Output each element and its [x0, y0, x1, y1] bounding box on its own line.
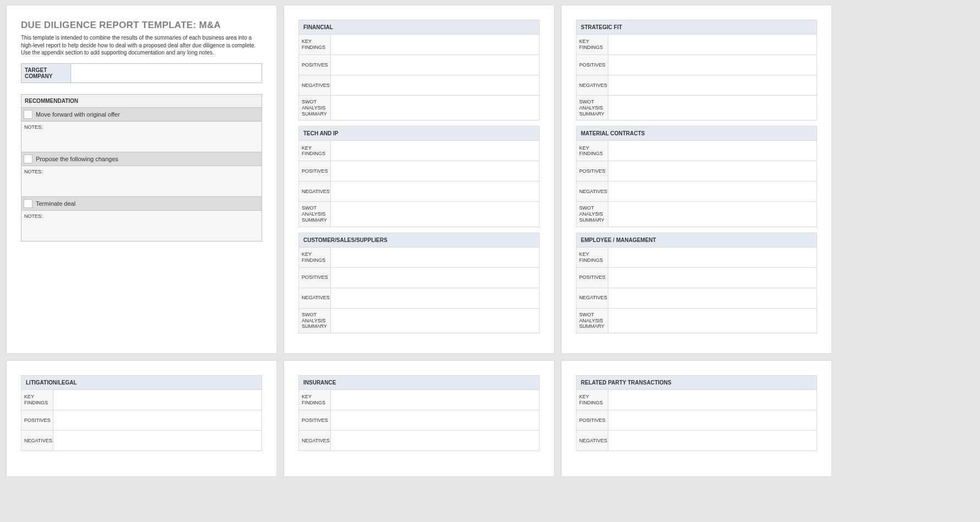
row-label: NEGATIVES: [576, 431, 608, 450]
row-value[interactable]: [608, 55, 816, 75]
report-title: DUE DILIGENCE REPORT TEMPLATE: M&A: [21, 20, 262, 31]
section-header: STRATEGIC FIT: [576, 20, 816, 34]
page-6: RELATED PARTY TRANSACTIONS KEY FINDINGS …: [562, 361, 831, 476]
row-value[interactable]: [331, 309, 539, 333]
row-value[interactable]: [608, 75, 816, 95]
document-pages: DUE DILIGENCE REPORT TEMPLATE: M&A This …: [7, 6, 973, 476]
row-label: NEGATIVES: [576, 288, 608, 308]
section-material-contracts: MATERIAL CONTRACTS KEY FINDINGS POSITIVE…: [576, 126, 817, 227]
row-value[interactable]: [608, 182, 816, 201]
row-value[interactable]: [53, 390, 262, 410]
row-label: KEY FINDINGS: [576, 390, 608, 410]
row-label: KEY FINDINGS: [576, 141, 608, 161]
section-header: CUSTOMER/SALES/SUPPLIERS: [299, 233, 539, 247]
row-label: KEY FINDINGS: [299, 141, 331, 161]
recommendation-box: RECOMMENDATION Move forward with origina…: [21, 94, 262, 241]
section-header: FINANCIAL: [299, 20, 539, 34]
page-3: STRATEGIC FIT KEY FINDINGS POSITIVES NEG…: [562, 6, 831, 353]
row-label: SWOT ANALYSIS SUMMARY: [576, 202, 608, 226]
target-company-label: TARGET COMPANY: [21, 64, 71, 83]
rec-option-label: Move forward with original offer: [36, 111, 120, 118]
section-related-party: RELATED PARTY TRANSACTIONS KEY FINDINGS …: [576, 375, 817, 451]
row-label: KEY FINDINGS: [576, 35, 608, 54]
row-label: KEY FINDINGS: [576, 248, 608, 267]
row-value[interactable]: [608, 390, 816, 410]
rec-notes-field[interactable]: NOTES:: [21, 211, 262, 241]
section-litigation: LITIGATION/LEGAL KEY FINDINGS POSITIVES …: [21, 375, 262, 451]
row-value[interactable]: [331, 431, 539, 450]
row-label: POSITIVES: [21, 410, 53, 430]
row-value[interactable]: [608, 410, 816, 430]
row-label: KEY FINDINGS: [21, 390, 53, 410]
row-label: NEGATIVES: [299, 75, 331, 95]
row-label: NEGATIVES: [21, 431, 53, 450]
row-value[interactable]: [608, 288, 816, 308]
target-company-value[interactable]: [71, 64, 262, 83]
row-value[interactable]: [608, 96, 816, 120]
section-header: LITIGATION/LEGAL: [21, 376, 262, 389]
row-value[interactable]: [608, 35, 816, 54]
row-value[interactable]: [608, 161, 816, 181]
row-value[interactable]: [331, 202, 539, 226]
page-4: LITIGATION/LEGAL KEY FINDINGS POSITIVES …: [7, 361, 276, 476]
row-label: POSITIVES: [576, 55, 608, 75]
row-value[interactable]: [331, 288, 539, 308]
row-label: POSITIVES: [576, 268, 608, 288]
rec-notes-field[interactable]: NOTES:: [21, 122, 262, 152]
target-company-field: TARGET COMPANY: [21, 63, 262, 83]
section-employee-mgmt: EMPLOYEE / MANAGEMENT KEY FINDINGS POSIT…: [576, 233, 817, 333]
row-label: NEGATIVES: [576, 75, 608, 95]
rec-option-terminate: Terminate deal: [21, 197, 262, 211]
row-value[interactable]: [53, 431, 262, 450]
row-value[interactable]: [331, 390, 539, 410]
section-customer-sales: CUSTOMER/SALES/SUPPLIERS KEY FINDINGS PO…: [298, 233, 540, 333]
row-value[interactable]: [331, 55, 539, 75]
page-2: FINANCIAL KEY FINDINGS POSITIVES NEGATIV…: [284, 6, 554, 353]
section-strategic-fit: STRATEGIC FIT KEY FINDINGS POSITIVES NEG…: [576, 20, 817, 120]
row-label: SWOT ANALYSIS SUMMARY: [576, 96, 608, 120]
row-value[interactable]: [331, 35, 539, 54]
row-label: NEGATIVES: [299, 431, 331, 450]
row-value[interactable]: [331, 96, 539, 120]
row-value[interactable]: [608, 141, 816, 161]
checkbox-icon[interactable]: [24, 110, 32, 119]
recommendation-header: RECOMMENDATION: [21, 95, 262, 108]
row-label: POSITIVES: [576, 161, 608, 181]
row-label: SWOT ANALYSIS SUMMARY: [299, 309, 331, 333]
row-value[interactable]: [608, 248, 816, 267]
row-label: POSITIVES: [299, 55, 331, 75]
row-label: POSITIVES: [576, 410, 608, 430]
row-label: POSITIVES: [299, 161, 331, 181]
row-value[interactable]: [608, 431, 816, 450]
row-label: NEGATIVES: [299, 288, 331, 308]
row-label: KEY FINDINGS: [299, 390, 331, 410]
row-label: KEY FINDINGS: [299, 35, 331, 54]
row-label: NEGATIVES: [299, 182, 331, 201]
section-header: RELATED PARTY TRANSACTIONS: [576, 376, 816, 389]
rec-option-label: Propose the following changes: [36, 156, 118, 162]
row-value[interactable]: [331, 248, 539, 267]
rec-option-label: Terminate deal: [36, 200, 75, 207]
row-value[interactable]: [331, 75, 539, 95]
checkbox-icon[interactable]: [24, 155, 32, 163]
row-value[interactable]: [331, 182, 539, 201]
section-financial: FINANCIAL KEY FINDINGS POSITIVES NEGATIV…: [298, 20, 540, 120]
row-value[interactable]: [53, 410, 262, 430]
row-value[interactable]: [331, 141, 539, 161]
row-label: POSITIVES: [299, 268, 331, 288]
section-header: TECH AND IP: [299, 127, 539, 140]
row-value[interactable]: [608, 268, 816, 288]
intro-text: This template is intended to combine the…: [21, 34, 262, 57]
row-value[interactable]: [608, 202, 816, 226]
row-value[interactable]: [331, 161, 539, 181]
rec-option-changes: Propose the following changes: [21, 152, 262, 166]
row-label: SWOT ANALYSIS SUMMARY: [299, 202, 331, 226]
section-tech-ip: TECH AND IP KEY FINDINGS POSITIVES NEGAT…: [298, 126, 540, 227]
row-value[interactable]: [331, 268, 539, 288]
section-header: MATERIAL CONTRACTS: [576, 127, 816, 140]
row-value[interactable]: [608, 309, 816, 333]
checkbox-icon[interactable]: [24, 199, 32, 208]
row-label: KEY FINDINGS: [299, 248, 331, 267]
rec-notes-field[interactable]: NOTES:: [21, 166, 262, 197]
row-value[interactable]: [331, 410, 539, 430]
